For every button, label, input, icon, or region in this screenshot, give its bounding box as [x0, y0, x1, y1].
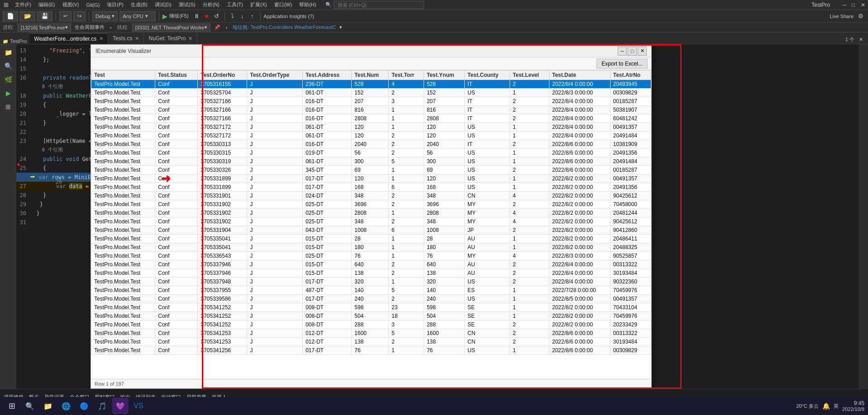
table-row[interactable]: TestPro.Model.TestConf3705327172J061-DT1… [91, 123, 651, 132]
table-row[interactable]: TestPro.Model.TestConf3705331902J025-DT3… [91, 200, 651, 209]
menu-project[interactable]: 项目(P) [103, 0, 127, 9]
debug-icon[interactable]: ▶ [2, 87, 14, 99]
tab-weatherforecast[interactable]: WeatherFore...ontroller.cs ✕ [29, 33, 108, 44]
table-row[interactable]: TestPro.Model.TestConf3705341253J012-DT1… [91, 329, 651, 338]
table-row[interactable]: TestPro.Model.TestConf3705336543J025-DT7… [91, 252, 651, 260]
table-row[interactable]: TestPro.Model.TestConf3705341252J008-DT2… [91, 321, 651, 329]
taskbar-browser-button[interactable]: 🌐 [58, 398, 74, 414]
dialog-close-button[interactable]: ✕ [638, 47, 647, 56]
menu-view[interactable]: 视图(V) [59, 0, 83, 9]
dialog-minimize-button[interactable]: ─ [618, 47, 627, 56]
table-row[interactable]: TestPro.Model.TestConf3705327166J016-DT2… [91, 114, 651, 123]
table-row[interactable]: TestPro.Model.TestConf3705331902J025-DT3… [91, 217, 651, 226]
table-row[interactable]: TestPro.Model.TestConf3705341252J008-DT5… [91, 312, 651, 321]
taskbar-edge-button[interactable]: 🔵 [76, 398, 92, 414]
restart-button[interactable]: ↺ [212, 12, 221, 21]
table-row[interactable]: TestPro.Model.TestConf3705325704J061-DT1… [91, 89, 651, 97]
table-row[interactable]: TestPro.Model.TestConf3705316155J236-DT5… [91, 80, 651, 89]
live-share-button[interactable]: Live Share [830, 14, 854, 19]
table-row[interactable]: TestPro.Model.TestConf3705341252J008-DT5… [91, 303, 651, 312]
table-row[interactable]: TestPro.Model.TestConf3705337946J015-DT1… [91, 269, 651, 278]
tab-tests[interactable]: Tests.cs ✕ [108, 33, 144, 44]
taskbar-vs-icon[interactable]: VS [130, 398, 147, 414]
table-row[interactable]: TestPro.Model.TestConf3705337948J017-DT3… [91, 278, 651, 286]
tab-close-nuget[interactable]: ✕ [188, 36, 192, 42]
data-table-wrapper[interactable]: Test Test.Status Test.OrderNo Test.Order… [91, 70, 651, 379]
table-row[interactable]: TestPro.Model.TestConf3705341256J017-DT7… [91, 346, 651, 355]
menu-help[interactable]: 帮助(H) [296, 0, 320, 9]
tab-close-weatherforecast[interactable]: ✕ [99, 36, 103, 42]
table-row[interactable]: TestPro.Model.TestConf3705335041J015-DT1… [91, 243, 651, 252]
menu-file[interactable]: 文件(F) [11, 0, 35, 9]
taskbar-files-button[interactable]: 📁 [40, 398, 56, 414]
table-row[interactable]: TestPro.Model.TestConf3705337955J487-DT1… [91, 286, 651, 295]
menu-test[interactable]: 测试(S) [175, 0, 199, 9]
export-to-excel-button[interactable]: Export to Excel... [596, 59, 648, 69]
step-over-button[interactable]: ⤵ [228, 12, 237, 21]
redo-button[interactable]: ↪ [73, 11, 86, 21]
table-row[interactable]: TestPro.Model.TestConf3705331904J043-DT1… [91, 226, 651, 235]
lang-icon[interactable]: 英 [834, 403, 839, 410]
tab-close-tests[interactable]: ✕ [135, 36, 139, 42]
menu-tools[interactable]: 工具(T) [223, 0, 247, 9]
table-row[interactable]: TestPro.Model.TestConf3705330313J016-DT2… [91, 140, 651, 149]
col-header-torr[interactable]: Test.Torr [389, 71, 424, 80]
menu-extensions[interactable]: 扩展(X) [247, 0, 271, 9]
table-row[interactable]: TestPro.Model.TestConf3705331902J025-DT2… [91, 209, 651, 217]
git-icon[interactable]: 🌿 [2, 73, 14, 86]
col-header-atrno[interactable]: Test.AtrNo [610, 71, 651, 80]
step-into-button[interactable]: ↓ [238, 12, 247, 21]
taskbar-visualstudio-button[interactable]: 💜 [112, 398, 129, 414]
col-header-ordertype[interactable]: Test.OrderType [247, 71, 303, 80]
menu-debug[interactable]: 调试(D) [151, 0, 175, 9]
table-row[interactable]: TestPro.Model.TestConf3705339586J017-DT2… [91, 295, 651, 303]
col-header-level[interactable]: Test.Level [510, 71, 549, 80]
start-button[interactable]: ⊞ [4, 398, 20, 414]
table-row[interactable]: TestPro.Model.TestConf3705341253J012-DT1… [91, 338, 651, 346]
table-row[interactable]: TestPro.Model.TestConf3705330326J345-DT6… [91, 166, 651, 174]
table-row[interactable]: TestPro.Model.TestConf3705330315J019-DT5… [91, 149, 651, 157]
play-button[interactable]: ▶ [162, 13, 167, 20]
process-dropdown[interactable]: [13216] TestPro.exe ▾ [18, 24, 71, 32]
menu-edit[interactable]: 编辑(E) [35, 0, 59, 9]
col-header-county[interactable]: Test.County [465, 71, 510, 80]
col-header-orderno[interactable]: Test.OrderNo [198, 71, 247, 80]
menu-window[interactable]: 窗口(W) [271, 0, 296, 9]
menu-git[interactable]: Git(G) [82, 1, 103, 9]
table-row[interactable]: TestPro.Model.TestConf3705330319J061-DT3… [91, 157, 651, 166]
minimize-button[interactable]: ─ [839, 2, 846, 8]
taskbar-music-button[interactable]: 🎵 [94, 398, 110, 414]
location-dropdown-arrow[interactable]: ▾ [339, 24, 342, 30]
col-header-address[interactable]: Test.Address [303, 71, 352, 80]
settings-icon[interactable]: ⚙ [856, 12, 865, 21]
step-out-button[interactable]: ↑ [248, 12, 257, 21]
col-header-status[interactable]: Test.Status [155, 71, 198, 80]
col-header-test[interactable]: Test [91, 71, 155, 80]
col-header-num[interactable]: Test.Num [352, 71, 389, 80]
search-input[interactable] [334, 1, 424, 9]
stop-button[interactable]: ■ [202, 12, 211, 21]
menu-build[interactable]: 生成(B) [127, 0, 151, 9]
taskbar-search-button[interactable]: 🔍 [22, 398, 38, 414]
new-file-button[interactable]: 📄 [3, 11, 18, 21]
col-header-date[interactable]: Test.Date [549, 71, 610, 80]
table-row[interactable]: TestPro.Model.TestConf3705327172J061-DT1… [91, 132, 651, 140]
table-row[interactable]: TestPro.Model.TestConf3705331899J017-DT1… [91, 183, 651, 192]
pin-icon[interactable]: 📌 [214, 24, 220, 30]
table-row[interactable]: TestPro.Model.TestConf3705331899J017-DT1… [91, 174, 651, 183]
notification-icon[interactable]: 🔔 [822, 402, 830, 410]
menu-analyze[interactable]: 分析(N) [199, 0, 223, 9]
save-button[interactable]: 💾 [37, 11, 52, 21]
table-row[interactable]: TestPro.Model.TestConf3705331901J024-DT3… [91, 192, 651, 200]
search-icon-sidebar[interactable]: 🔍 [2, 60, 14, 72]
table-row[interactable]: TestPro.Model.TestConf3705327166J016-DT8… [91, 106, 651, 114]
table-row[interactable]: TestPro.Model.TestConf3705337946J015-DT6… [91, 260, 651, 269]
maximize-button[interactable]: □ [848, 2, 855, 8]
col-header-ynum[interactable]: Test.Ynum [424, 71, 464, 80]
thread-dropdown[interactable]: [3332] .NET ThreadPool Worke ▾ [132, 24, 210, 32]
undo-button[interactable]: ↩ [59, 11, 72, 21]
table-row[interactable]: TestPro.Model.TestConf3705327166J016-DT2… [91, 97, 651, 106]
close-button[interactable]: ✕ [857, 2, 864, 8]
cpu-dropdown[interactable]: Any CPU ▾ [119, 11, 156, 21]
tab-nuget[interactable]: NuGet: TestPro ✕ [144, 33, 197, 44]
